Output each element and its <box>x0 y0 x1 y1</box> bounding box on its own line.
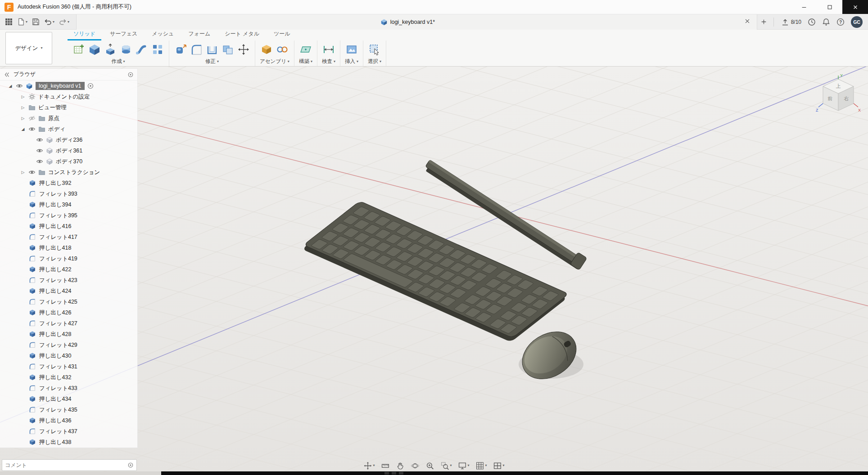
feature-row[interactable]: 押し出し416 <box>0 221 137 232</box>
select-icon[interactable] <box>368 43 381 56</box>
combine-icon[interactable] <box>221 43 235 56</box>
comment-input[interactable] <box>5 462 125 468</box>
shell-icon[interactable] <box>205 43 219 56</box>
new-document-tab-button[interactable] <box>757 14 771 30</box>
nav-ruler-button[interactable] <box>379 460 392 471</box>
nav-move-button[interactable]: ▾ <box>361 460 377 471</box>
browser-node[interactable]: ▷ドキュメントの設定 <box>0 91 137 102</box>
joint-icon[interactable] <box>276 43 289 56</box>
move-icon[interactable] <box>237 43 250 56</box>
minimize-button[interactable] <box>791 0 817 14</box>
feature-row[interactable]: 押し出し418 <box>0 242 137 253</box>
ribbon-tab[interactable]: ツール <box>268 29 296 40</box>
model-viewport[interactable]: 上 前 右 Y X Z ブラウザ ◢logi_keyboard v1▷ドキュメン… <box>0 67 868 475</box>
activate-component-icon[interactable] <box>87 82 95 90</box>
nav-zoom-button[interactable] <box>423 460 436 471</box>
feature-row[interactable]: 押し出し422 <box>0 264 137 275</box>
visibility-toggle-icon[interactable] <box>28 169 36 176</box>
visibility-toggle-icon[interactable] <box>36 147 44 155</box>
toolbar-group-label[interactable]: 構築▾ <box>299 58 312 65</box>
nav-orbit-button[interactable] <box>408 460 421 471</box>
ribbon-tab[interactable]: シート メタル <box>219 29 265 40</box>
ribbon-tab[interactable]: サーフェス <box>104 29 143 40</box>
component-icon[interactable] <box>260 43 273 56</box>
bottom-timeline-strip[interactable] <box>0 471 868 475</box>
visibility-toggle-icon[interactable] <box>36 158 44 166</box>
toolbar-group-label[interactable]: 挿入▾ <box>345 58 358 65</box>
nav-viewport-button[interactable]: ▾ <box>491 460 507 471</box>
user-avatar[interactable]: GC <box>851 16 863 28</box>
feature-row[interactable]: フィレット437 <box>0 426 137 437</box>
collapse-panel-icon[interactable] <box>4 72 10 78</box>
nav-zoomwin-button[interactable]: ▾ <box>438 460 454 471</box>
expand-arrow-icon[interactable]: ◢ <box>7 84 14 88</box>
feature-row[interactable]: フィレット395 <box>0 210 137 221</box>
browser-node[interactable]: ◢ボディ <box>0 124 137 134</box>
plane-icon[interactable] <box>299 43 312 56</box>
feature-row[interactable]: 押し出し434 <box>0 394 137 404</box>
feature-row[interactable]: フィレット425 <box>0 296 137 307</box>
feature-row[interactable]: フィレット427 <box>0 318 137 329</box>
feature-row[interactable]: 押し出し438 <box>0 437 137 448</box>
feature-row[interactable]: 押し出し426 <box>0 307 137 318</box>
fillet-icon[interactable] <box>190 43 203 56</box>
toolbar-group-label[interactable]: 検査▾ <box>322 58 335 65</box>
insert-icon[interactable] <box>345 43 358 56</box>
browser-node[interactable]: ボディ361 <box>0 145 137 156</box>
expand-arrow-icon[interactable]: ▷ <box>20 105 26 110</box>
feature-row[interactable]: 押し出し430 <box>0 350 137 361</box>
expand-arrow-icon[interactable]: ◢ <box>20 127 26 131</box>
sweep-icon[interactable] <box>135 43 149 56</box>
browser-node[interactable]: ▷コンストラクション <box>0 167 137 178</box>
job-status-badge[interactable]: 8/10 <box>781 18 801 26</box>
save-button[interactable] <box>30 16 42 28</box>
visibility-toggle-icon[interactable] <box>28 115 36 122</box>
feature-row[interactable]: フィレット433 <box>0 383 137 394</box>
view-cube[interactable]: 上 前 右 Y X Z <box>815 73 862 120</box>
pattern-icon[interactable] <box>151 43 164 56</box>
toolbar-group-label[interactable]: 修正▾ <box>205 58 219 65</box>
ribbon-tab[interactable]: メッシュ <box>146 29 180 40</box>
browser-root-label[interactable]: logi_keyboard v1 <box>36 82 85 90</box>
feature-row[interactable]: 押し出し436 <box>0 415 137 426</box>
measure-icon[interactable] <box>322 43 335 56</box>
expand-arrow-icon[interactable]: ▷ <box>20 94 26 99</box>
revolve-icon[interactable] <box>119 43 133 56</box>
nav-pan-button[interactable] <box>393 460 407 471</box>
visibility-toggle-icon[interactable] <box>28 125 36 133</box>
workspace-selector-button[interactable]: デザイン ▾ <box>5 32 52 64</box>
toolbar-group-label[interactable]: アセンブリ▾ <box>260 58 289 65</box>
document-tab-close-icon[interactable] <box>744 18 752 26</box>
nav-grid-button[interactable]: ▾ <box>474 460 489 471</box>
browser-node[interactable]: ▷ビュー管理 <box>0 102 137 113</box>
feature-row[interactable]: フィレット423 <box>0 275 137 286</box>
app-launcher-button[interactable] <box>3 16 15 28</box>
help-icon[interactable]: ? <box>836 18 845 26</box>
feature-row[interactable]: フィレット417 <box>0 232 137 242</box>
feature-row[interactable]: フィレット393 <box>0 188 137 199</box>
feature-row[interactable]: 押し出し432 <box>0 372 137 383</box>
visibility-toggle-icon[interactable] <box>16 82 23 90</box>
box-icon[interactable] <box>88 43 101 56</box>
feature-row[interactable]: 押し出し394 <box>0 199 137 210</box>
comment-target-icon[interactable] <box>127 462 134 468</box>
visibility-toggle-icon[interactable] <box>36 136 44 144</box>
feature-row[interactable]: フィレット435 <box>0 404 137 415</box>
toolbar-group-label[interactable]: 選択▾ <box>368 58 381 65</box>
close-button[interactable] <box>842 0 868 14</box>
undo-button[interactable]: ▾ <box>42 16 57 28</box>
expand-arrow-icon[interactable]: ▷ <box>20 170 26 175</box>
panel-options-icon[interactable] <box>127 72 134 78</box>
feature-row[interactable]: フィレット431 <box>0 361 137 372</box>
feature-row[interactable]: フィレット419 <box>0 253 137 264</box>
ribbon-tab[interactable]: フォーム <box>182 29 216 40</box>
clock-icon[interactable] <box>808 18 816 26</box>
ribbon-tab[interactable]: ソリッド <box>68 29 101 40</box>
file-menu-button[interactable]: ▾ <box>15 16 30 28</box>
toolbar-group-label[interactable]: 作成▾ <box>111 58 125 65</box>
presspull-icon[interactable] <box>174 43 187 56</box>
browser-node[interactable]: ▷原点 <box>0 113 137 124</box>
extrude-icon[interactable] <box>104 43 117 56</box>
browser-root-node[interactable]: ◢logi_keyboard v1 <box>0 81 137 91</box>
expand-arrow-icon[interactable]: ▷ <box>20 116 26 121</box>
